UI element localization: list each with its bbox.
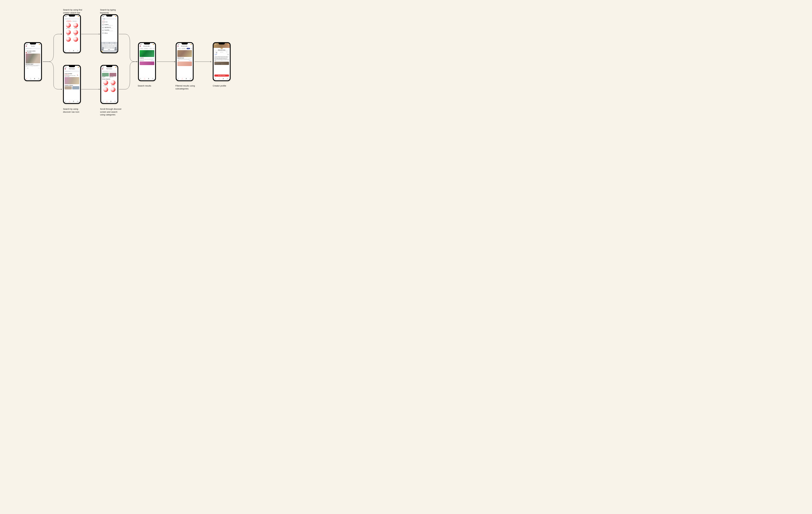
result-card-2[interactable] <box>177 61 192 66</box>
search-input[interactable]: 🔍 Find a creator <box>65 70 79 72</box>
pill-0[interactable]: Painting <box>140 48 143 49</box>
suggestion-2[interactable]: Ions <box>114 42 115 43</box>
tab-home[interactable]: ⎈home <box>215 78 216 80</box>
tab-home[interactable]: ⎈home <box>102 100 104 102</box>
pill-0[interactable]: Painting <box>177 48 181 49</box>
popular-item-0[interactable] <box>65 86 72 89</box>
mic-key[interactable]: 🎤 <box>116 51 117 52</box>
tab-posts[interactable]: ▦posts <box>73 50 74 52</box>
cat-more-1[interactable] <box>65 37 71 42</box>
tab-discover[interactable]: ⌖discover <box>69 50 70 52</box>
suggestion-1[interactable]: iOS <box>109 42 110 43</box>
tab-posts[interactable]: ▦posts <box>73 100 74 102</box>
key-w[interactable]: W <box>104 44 105 45</box>
key-d[interactable]: D <box>106 46 107 47</box>
pill-3[interactable]: Digital A <box>153 48 154 49</box>
chip-0[interactable]: Art with FloDigital Art <box>102 73 109 78</box>
search-input[interactable]: 🔍 Find a creator <box>26 48 40 49</box>
tab-discover[interactable]: ⌖discover <box>219 78 221 80</box>
cat-more-1[interactable] <box>102 87 109 92</box>
spotlight-image[interactable] <box>65 77 79 84</box>
key-123[interactable]: 123 <box>102 49 104 50</box>
tab-messages[interactable]: ✉messages <box>189 78 192 80</box>
cat-communities[interactable]: Communities <box>72 23 79 29</box>
page-title[interactable]: Arts and crafts ⌄ <box>181 46 188 47</box>
key-k[interactable]: K <box>113 46 115 47</box>
key-m[interactable]: M <box>113 47 115 49</box>
key-x[interactable]: X <box>106 47 107 49</box>
pill-1[interactable]: Mixed Media <box>144 48 149 49</box>
key-y[interactable]: Y <box>110 44 111 45</box>
tab-posts[interactable]: ▦posts <box>110 100 112 102</box>
tab-home[interactable]: ⎈home <box>26 78 27 80</box>
share-icon[interactable]: ↗ <box>228 45 229 47</box>
creator-result-3[interactable]: MCM arts <box>102 32 116 34</box>
chip-1[interactable]: Crime JunkiePodcast <box>110 73 116 78</box>
key-r[interactable]: R <box>106 44 108 45</box>
tab-messages[interactable]: ✉messages <box>151 78 154 80</box>
tab-discover[interactable]: ⌖discover <box>69 100 70 102</box>
avatar[interactable] <box>102 68 103 69</box>
spotlight-creator[interactable]: Pomplamoose <box>65 74 76 75</box>
tab-home[interactable]: ⎈home <box>178 78 179 80</box>
cat-design[interactable]: Design <box>72 30 79 36</box>
tab-discover[interactable]: ⌖discover <box>144 78 146 80</box>
result-card[interactable]: Metalsmith Society♡ Metalsmith Society i… <box>177 50 192 61</box>
search-input[interactable]: 🔍 Arts| <box>102 18 114 20</box>
key-h[interactable]: H <box>110 46 111 47</box>
keyboard[interactable]: "los" iOS Ions QWERTYUIOP ASDFGHJKL ⇧ZXC… <box>101 42 117 53</box>
cat-more-2[interactable] <box>72 37 79 42</box>
result-card[interactable]: Art with Flo♡ Lorem ipsum dolor sit amet… <box>140 50 154 61</box>
key-t[interactable]: T <box>108 44 109 45</box>
cat-arts-crafts[interactable]: Arts and Crafts <box>102 80 109 86</box>
tab-messages[interactable]: ✉messages <box>226 78 229 80</box>
tab-posts[interactable]: ▦posts <box>148 78 149 80</box>
cat-communities[interactable]: Communities <box>110 80 116 86</box>
cat-more-2[interactable] <box>110 87 116 92</box>
become-patron-button[interactable]: BECOME A PATRON <box>214 74 229 77</box>
key-s[interactable]: S <box>104 46 106 47</box>
tab-posts[interactable]: ▦posts <box>185 78 187 80</box>
tab-messages[interactable]: ✉messages <box>37 78 40 80</box>
creator-result-1[interactable]: Leigh Ellexson ArtLeigh Ellexson Art is … <box>102 26 116 29</box>
search-input[interactable]: 🔍 Find a creator <box>65 18 79 20</box>
tab-home[interactable]: ⎈home <box>65 50 66 52</box>
key-space[interactable]: space <box>104 49 114 50</box>
search-input[interactable]: 🔍 Find a creator <box>102 70 117 72</box>
key-o[interactable]: O <box>114 44 115 45</box>
tab-home[interactable]: ⎈home <box>140 78 141 80</box>
popular-item-1[interactable] <box>72 86 80 89</box>
post-image[interactable] <box>26 54 40 63</box>
key-return[interactable]: return <box>115 49 117 50</box>
suggestion-0[interactable]: "los" <box>104 42 105 43</box>
pill-2[interactable]: Jewelry <box>149 48 152 49</box>
bookmark-icon[interactable]: ⚐ <box>38 68 39 69</box>
key-backspace[interactable]: ⌫ <box>115 47 117 49</box>
key-q[interactable]: Q <box>102 44 103 45</box>
tab-posts[interactable]: Posts <box>226 52 228 53</box>
cancel-button[interactable]: Cancel <box>115 19 117 19</box>
key-i[interactable]: I <box>112 44 114 45</box>
creator-result-0[interactable]: Art with FloArt with Flo is creating dig… <box>102 24 116 26</box>
cat-arts-crafts[interactable]: Arts and Crafts <box>65 23 71 29</box>
creator-result-2[interactable]: CoconuTachaCoconuTacha is creating artsy… <box>102 29 116 32</box>
seg-categories[interactable]: Categories <box>66 21 71 22</box>
key-n[interactable]: N <box>112 47 113 49</box>
tab-posts[interactable]: ▦posts <box>223 78 224 80</box>
avatar[interactable] <box>65 68 66 69</box>
tab-discover[interactable]: ⌖discover <box>106 100 108 102</box>
emoji-key[interactable]: 😊 <box>102 51 103 52</box>
key-u[interactable]: U <box>111 44 112 45</box>
tab-home[interactable]: ⎈home <box>65 100 66 102</box>
tab-messages[interactable]: ✉messages <box>114 100 116 102</box>
tab-messages[interactable]: ✉messages <box>77 100 79 102</box>
cat-dance[interactable]: Dance <box>65 30 71 36</box>
tab-posts[interactable]: ▦posts <box>34 78 35 80</box>
creator-avatar[interactable] <box>26 52 27 53</box>
page-title[interactable]: Arts and crafts ⌄ <box>143 46 150 47</box>
key-e[interactable]: E <box>105 44 106 45</box>
key-f[interactable]: F <box>107 46 109 47</box>
key-c[interactable]: C <box>107 47 109 49</box>
pill-2[interactable]: Jewelry <box>186 48 190 49</box>
heart-icon[interactable]: ♡ <box>191 57 192 58</box>
